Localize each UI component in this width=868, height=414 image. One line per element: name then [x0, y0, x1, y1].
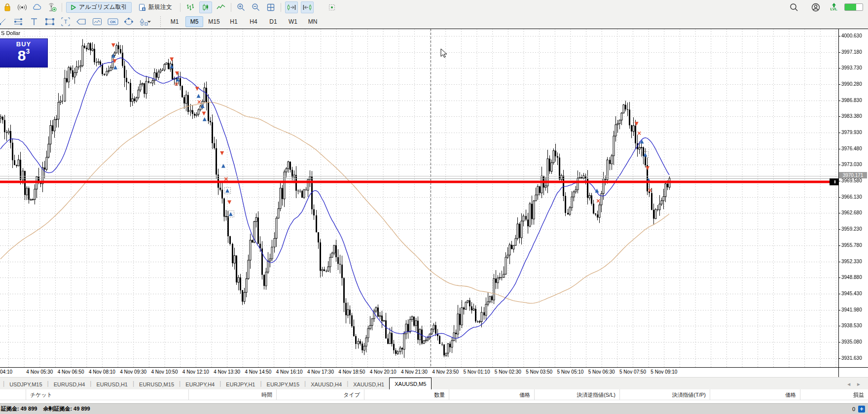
add-button[interactable]: + — [858, 406, 865, 413]
chart-tab-xauusd-h1[interactable]: XAUUSD,H1 — [348, 379, 389, 389]
chart-shift-box-icon[interactable] — [326, 2, 338, 13]
timeframe-h4[interactable]: H4 — [245, 16, 262, 27]
zoom-out-icon[interactable] — [250, 2, 262, 13]
vps-icon[interactable] — [46, 2, 58, 13]
time-axis[interactable]: 04:104 Nov 05:304 Nov 06:504 Nov 08:104 … — [0, 367, 868, 377]
chart-tab-eurusd-m15[interactable]: EURUSD,M15 — [134, 379, 179, 389]
price-tick-label: 3948.880 — [841, 275, 862, 280]
free-margin-value: 余剰証拠金: 49 899 — [43, 405, 90, 413]
price-chart-canvas[interactable] — [0, 29, 868, 367]
price-tick-label: 3966.130 — [841, 194, 862, 200]
timeframe-m1[interactable]: M1 — [166, 16, 183, 27]
signals-icon[interactable] — [16, 2, 28, 13]
margin-info: 証拠金: 49 899 余剰証拠金: 49 899 — [1, 405, 90, 413]
price-tick-label: 3986.830 — [841, 98, 862, 104]
tab-scroll-left-icon[interactable]: ◄ — [846, 381, 851, 387]
price-tick-label: 3976.480 — [841, 146, 862, 152]
indicator-window-icon[interactable] — [91, 16, 104, 28]
shapes-icon[interactable] — [138, 16, 155, 28]
new-order-label: 新規注文 — [148, 3, 172, 11]
price-tick-label: 3955.780 — [841, 242, 862, 248]
line-chart-icon[interactable] — [215, 2, 227, 13]
rectangle-icon[interactable] — [43, 16, 56, 28]
chart-region: S Dollar BUY 83 4000.6303997.1803993.730… — [0, 29, 868, 367]
buy-label: BUY — [0, 40, 47, 48]
timeframe-m15[interactable]: M15 — [205, 16, 223, 27]
candlestick-icon[interactable] — [199, 1, 212, 13]
column-header[interactable]: 損益 — [800, 389, 868, 400]
text-icon[interactable]: T — [59, 16, 72, 28]
price-tick-label: 3935.080 — [841, 339, 862, 345]
time-tick-label: 4 Nov 23:50 — [432, 369, 459, 375]
timeframe-h1[interactable]: H1 — [225, 16, 243, 27]
price-tick-label: 3973.030 — [841, 162, 862, 168]
svg-text:T: T — [64, 19, 68, 25]
chart-tab-eurjpy-h4[interactable]: EURJPY,H4 — [181, 379, 219, 389]
channel-icon[interactable] — [12, 16, 25, 28]
lvl-icon: LVL — [830, 3, 837, 11]
new-order-button[interactable]: 新規注文 — [135, 2, 176, 13]
price-tick-label: 3983.380 — [841, 113, 862, 119]
timeframe-m5[interactable]: M5 — [185, 16, 203, 27]
divider — [281, 3, 281, 12]
chart-tab-eurusd-h1[interactable]: EURUSD,H1 — [91, 379, 133, 389]
divider — [180, 3, 181, 12]
price-label-icon[interactable] — [75, 16, 88, 28]
status-bar: 証拠金: 49 899 余剰証拠金: 49 899 0 + — [0, 403, 868, 414]
ellipse-icon[interactable] — [122, 16, 135, 28]
drawing-toolbar: T OK M1M5M15H1H4D1W1MN — [0, 14, 868, 29]
status-right-group: 0 + — [852, 406, 868, 413]
column-header[interactable]: 価格 — [449, 389, 535, 400]
bar-chart-icon[interactable] — [184, 2, 196, 13]
column-header[interactable]: 時間 — [189, 389, 277, 400]
algo-trading-button[interactable]: アルゴリズム取引 — [66, 2, 132, 13]
shift-end-icon[interactable] — [285, 1, 298, 13]
one-click-buy-panel[interactable]: BUY 83 — [0, 38, 48, 68]
chart-tab-usdjpy-m15[interactable]: USDJPY,M15 — [4, 379, 47, 389]
column-header[interactable]: 決済逆指値(S/L) — [535, 389, 620, 400]
tab-scroll-group: ◄ ► — [846, 381, 868, 389]
column-header[interactable]: チケット — [26, 389, 189, 400]
price-tick-label: 3938.530 — [841, 323, 862, 329]
timeframe-w1[interactable]: W1 — [284, 16, 302, 27]
chart-tab-xauusd-h4[interactable]: XAUUSD,H4 — [306, 379, 347, 389]
time-tick-label: 4 Nov 05:30 — [26, 369, 53, 375]
svg-text:OK: OK — [110, 20, 116, 24]
chart-tab-xauusd-m5[interactable]: XAUUSD,M5 — [389, 378, 432, 389]
account-icon[interactable] — [810, 2, 822, 13]
ok-button-icon[interactable]: OK — [107, 16, 119, 28]
shift-begin-icon[interactable] — [301, 1, 314, 13]
cloud-icon[interactable] — [31, 2, 43, 13]
price-tick-label: 4000.630 — [841, 33, 862, 39]
time-tick-label: 5 Nov 07:50 — [619, 369, 646, 375]
column-header[interactable]: 数量 — [364, 389, 449, 400]
timeframe-d1[interactable]: D1 — [264, 16, 282, 27]
tile-windows-icon[interactable] — [265, 2, 277, 13]
chart-tab-eurjpy-h1[interactable]: EURJPY,H1 — [221, 379, 260, 389]
chart-tab-eurjpy-m15[interactable]: EURJPY,M15 — [262, 379, 304, 389]
time-tick-label: 4 Nov 13:30 — [214, 369, 240, 375]
zoom-in-icon[interactable] — [235, 2, 247, 13]
time-tick-label: 5 Nov 05:10 — [557, 369, 583, 375]
column-header-empty[interactable] — [0, 389, 26, 400]
price-tick-label: 3959.230 — [841, 226, 862, 232]
new-order-icon — [139, 3, 146, 11]
market-bag-icon[interactable] — [1, 2, 13, 13]
algo-play-icon — [71, 4, 76, 10]
toolbox-counter: 0 — [852, 406, 855, 412]
search-icon[interactable] — [788, 2, 800, 13]
tab-scroll-right-icon[interactable]: ► — [856, 381, 861, 387]
chart-tab-eurusd-h4[interactable]: EURUSD,H4 — [49, 379, 90, 389]
time-tick-label: 4 Nov 09:30 — [120, 369, 146, 375]
column-header[interactable]: 価格 — [710, 389, 800, 400]
timeframe-mn[interactable]: MN — [304, 16, 322, 27]
column-header[interactable]: 決済指値(T/P) — [620, 389, 710, 400]
trendline-partial-icon[interactable] — [0, 16, 9, 28]
column-header[interactable]: タイプ — [277, 389, 364, 400]
time-tick-label: 4 Nov 06:50 — [58, 369, 84, 375]
symbol-header: S Dollar — [1, 30, 20, 36]
vertical-line-icon[interactable] — [28, 16, 40, 28]
price-tick-label: 3990.280 — [841, 81, 862, 87]
price-tick-label: 3993.730 — [841, 65, 862, 71]
mouse-cursor — [440, 48, 447, 58]
